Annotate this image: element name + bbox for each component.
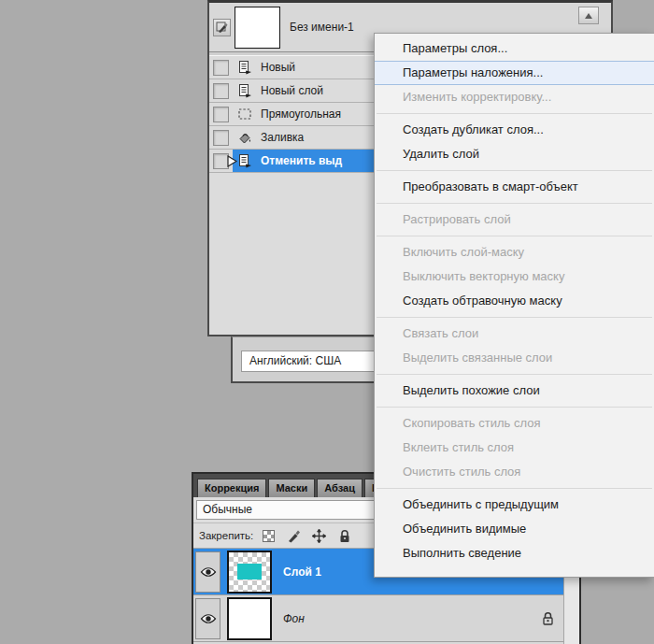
layer-thumbnail[interactable] (227, 551, 272, 594)
menu-item[interactable]: Параметры слоя... (375, 36, 654, 61)
menu-item[interactable]: Удалить слой (375, 142, 654, 166)
tab-paragraph[interactable]: Абзац (317, 479, 363, 497)
menu-item[interactable]: Создать дубликат слоя... (375, 118, 654, 142)
menu-item: Связать слои (375, 322, 654, 346)
menu-item: Выделить связанные слои (375, 346, 654, 370)
menu-item[interactable]: Создать обтравочную маску (375, 289, 654, 313)
scroll-up-button[interactable] (578, 7, 599, 24)
history-brush-source-button[interactable] (213, 19, 231, 36)
menu-separator (377, 236, 652, 236)
menu-item: Скопировать стиль слоя (375, 411, 654, 436)
visibility-toggle[interactable] (195, 598, 220, 639)
snapshot-thumbnail[interactable] (235, 7, 280, 49)
menu-item: Выключить векторную маску (375, 265, 654, 289)
menu-item[interactable]: Выполнить сведение (375, 541, 654, 565)
menu-separator (377, 113, 652, 114)
photoshop-workspace: Без имени-1 Новый Новый слой Пр (0, 0, 654, 644)
history-brush-well[interactable] (213, 83, 229, 99)
eye-icon (200, 566, 217, 578)
paint-bucket-icon (236, 129, 253, 146)
history-item-label: Заливка (261, 131, 304, 144)
tab-correction[interactable]: Коррекция (197, 479, 266, 497)
layer-content-swatch (237, 564, 262, 580)
menu-separator (377, 488, 652, 489)
lock-pixels-icon[interactable] (286, 528, 302, 544)
menu-separator (377, 407, 652, 408)
history-item-label: Новый (261, 61, 295, 74)
menu-item: Изменить корректировку... (375, 85, 654, 109)
context-menu: Параметры слоя...Параметры наложения...И… (374, 33, 654, 578)
context-menu-body: Параметры слоя...Параметры наложения...И… (375, 36, 654, 565)
lock-all-icon[interactable] (336, 528, 352, 544)
new-state-icon (236, 59, 253, 76)
menu-item[interactable]: Объединить с предыдущим (375, 493, 654, 517)
history-state-pointer-icon[interactable] (227, 155, 237, 167)
history-item-label: Отменить выд (261, 154, 342, 167)
lock-position-icon[interactable] (311, 528, 327, 544)
menu-item[interactable]: Параметры наложения... (375, 61, 654, 85)
new-state-icon (236, 152, 253, 169)
layer-name[interactable]: Слой 1 (283, 565, 321, 579)
lock-transparency-icon[interactable] (261, 528, 277, 544)
history-item-label: Прямоугольная (261, 107, 341, 121)
language-selector[interactable]: Английский: США (241, 351, 392, 372)
menu-item[interactable]: Преобразовать в смарт-объект (375, 175, 654, 199)
new-state-icon (236, 82, 253, 99)
layer-thumbnail[interactable] (227, 597, 272, 640)
rect-marquee-icon (236, 106, 253, 122)
tab-masks[interactable]: Маски (268, 479, 315, 497)
history-brush-well[interactable] (213, 60, 229, 76)
menu-separator (377, 203, 652, 204)
menu-item[interactable]: Объединить видимые (375, 517, 654, 541)
menu-item[interactable]: Выделить похожие слои (375, 379, 654, 403)
layer-lock-icon (542, 611, 554, 625)
visibility-toggle[interactable] (195, 551, 220, 593)
menu-separator (377, 170, 652, 171)
layer-row-fon[interactable]: Фон (193, 595, 563, 642)
menu-separator (377, 374, 652, 375)
menu-item: Очистить стиль слоя (375, 460, 654, 484)
history-brush-well[interactable] (213, 107, 229, 122)
eye-icon (200, 613, 217, 624)
history-item-label: Новый слой (261, 84, 323, 97)
layer-name[interactable]: Фон (283, 612, 305, 625)
lock-label: Закрепить: (199, 530, 253, 541)
menu-item: Вклеить стиль слоя (375, 436, 654, 460)
menu-item: Включить слой-маску (375, 240, 654, 265)
history-brush-icon (216, 21, 228, 34)
menu-separator (377, 317, 652, 318)
history-brush-well[interactable] (213, 130, 229, 146)
snapshot-label[interactable]: Без имени-1 (290, 21, 354, 34)
scroll-up-icon (585, 13, 592, 19)
menu-item: Растрировать слой (375, 208, 654, 232)
